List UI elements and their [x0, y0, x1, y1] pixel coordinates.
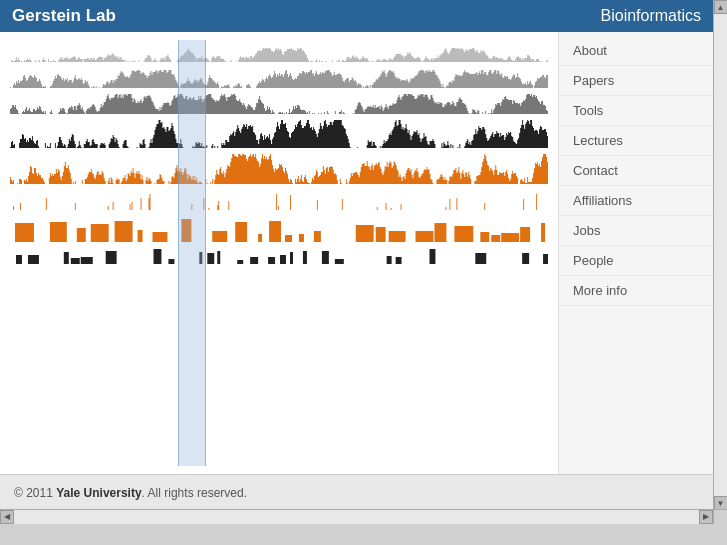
site-title: Gerstein Lab [12, 6, 116, 26]
scrollbar-right[interactable]: ▲ ▼ [713, 0, 727, 510]
track-canvas-4 [10, 118, 548, 148]
track-7 [10, 214, 548, 242]
sidebar-item-about[interactable]: About [559, 36, 713, 66]
scroll-down-button[interactable]: ▼ [714, 496, 728, 510]
sidebar-item-more-info[interactable]: More info [559, 276, 713, 306]
scroll-up-button[interactable]: ▲ [714, 0, 728, 14]
copyright-year: © 2011 [14, 486, 56, 500]
track-container [10, 40, 548, 466]
scrollbar-bottom[interactable]: ◀ ▶ [0, 509, 713, 523]
rights-text: . All rights reserved. [142, 486, 247, 500]
org-name: Yale University [56, 486, 141, 500]
track-canvas-6 [10, 188, 548, 210]
header-bioinformatics: Bioinformatics [601, 7, 701, 25]
track-canvas-1 [10, 40, 548, 62]
track-8 [10, 246, 548, 264]
sidebar-item-contact[interactable]: Contact [559, 156, 713, 186]
track-canvas-2 [10, 66, 548, 88]
track-canvas-3 [10, 92, 548, 114]
sidebar-item-papers[interactable]: Papers [559, 66, 713, 96]
browser-chrome: Gerstein Lab Bioinformatics [0, 0, 727, 545]
header: Gerstein Lab Bioinformatics [0, 0, 713, 32]
track-4 [10, 118, 548, 148]
scroll-left-button[interactable]: ◀ [0, 510, 14, 524]
page: Gerstein Lab Bioinformatics [0, 0, 713, 510]
scroll-track-vertical [714, 14, 728, 496]
scroll-right-button[interactable]: ▶ [699, 510, 713, 524]
sidebar-item-affiliations[interactable]: Affiliations [559, 186, 713, 216]
content-area: About Papers Tools Lectures Contact Affi… [0, 32, 713, 474]
copyright-text: © 2011 Yale University. All rights reser… [14, 486, 247, 500]
sidebar: About Papers Tools Lectures Contact Affi… [558, 32, 713, 474]
sidebar-item-jobs[interactable]: Jobs [559, 216, 713, 246]
track-5 [10, 152, 548, 184]
scrollbar-corner [713, 509, 727, 523]
sidebar-item-lectures[interactable]: Lectures [559, 126, 713, 156]
track-canvas-7 [10, 214, 548, 242]
track-3 [10, 92, 548, 114]
track-canvas-8 [10, 246, 548, 264]
track-6 [10, 188, 548, 210]
track-canvas-5 [10, 152, 548, 184]
track-2 [10, 66, 548, 88]
title-normal: Lab [81, 6, 116, 25]
title-bold: Gerstein [12, 6, 81, 25]
main-visualization [0, 32, 558, 474]
sidebar-item-tools[interactable]: Tools [559, 96, 713, 126]
sidebar-item-people[interactable]: People [559, 246, 713, 276]
scroll-track-horizontal [14, 510, 699, 524]
track-1 [10, 40, 548, 62]
footer: © 2011 Yale University. All rights reser… [0, 474, 713, 510]
